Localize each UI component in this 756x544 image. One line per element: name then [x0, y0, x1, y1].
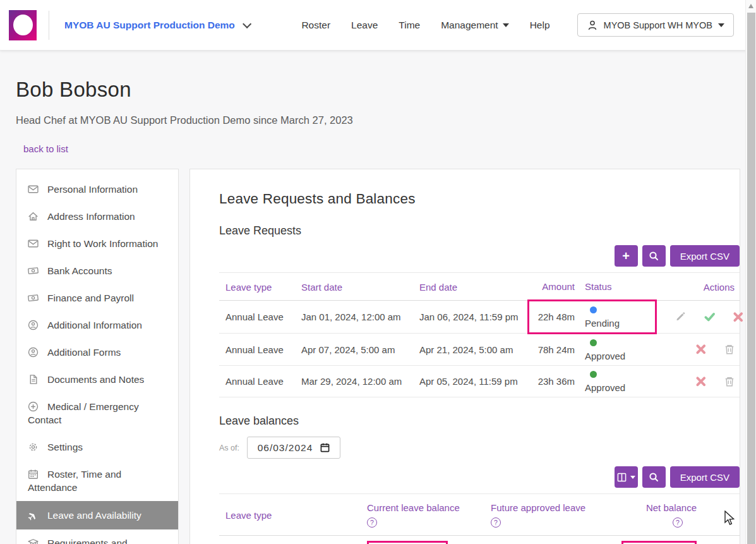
sidebar-item-address-information[interactable]: Address Information	[16, 203, 178, 230]
decline-icon[interactable]	[695, 375, 707, 388]
home-icon	[28, 211, 39, 222]
leave-balances-title: Leave balances	[219, 414, 740, 428]
cell-amount-highlighted: 22h 48m	[528, 301, 580, 334]
cell-amount: 23h 36m	[528, 366, 580, 397]
sidebar-item-label: Additional Information	[47, 320, 142, 330]
vertical-scrollbar[interactable]	[745, 0, 756, 544]
cell-future-approved: 102 hour(s)	[486, 536, 607, 544]
cell-leave-type: Annual Leave	[219, 301, 296, 334]
col-label: Future approved leave	[491, 502, 602, 513]
sidebar-item-bank-accounts[interactable]: Bank Accounts	[16, 257, 178, 284]
plus-icon: +	[622, 250, 630, 262]
approve-icon[interactable]	[704, 311, 716, 323]
employee-sidebar: Personal Information Address Information…	[16, 169, 179, 544]
as-of-label: As of:	[219, 444, 239, 452]
cell-current-balance: 166.67 hour(s)	[362, 536, 486, 544]
nav-time[interactable]: Time	[399, 20, 420, 31]
col-leave-type[interactable]: Leave type	[219, 494, 362, 536]
cell-end-date: Apr 21, 2024, 5:00 am	[414, 334, 528, 366]
col-status[interactable]: Status	[580, 273, 656, 301]
sidebar-item-settings[interactable]: Settings	[16, 433, 178, 461]
cell-actions	[656, 301, 740, 334]
search-button[interactable]	[642, 245, 666, 267]
search-button[interactable]	[642, 466, 666, 488]
sidebar-item-medical-emergency[interactable]: Medical / Emergency Contact	[16, 393, 178, 433]
sidebar-item-finance-payroll[interactable]: Finance and Payroll	[16, 284, 178, 311]
edit-icon[interactable]	[675, 311, 688, 323]
sidebar-item-label: Roster, Time and Attendance	[28, 469, 121, 493]
gear-icon	[28, 442, 39, 452]
person-icon	[587, 20, 598, 31]
status-label: Approved	[585, 351, 651, 362]
sidebar-item-documents-notes[interactable]: Documents and Notes	[16, 366, 178, 393]
scrollbar-thumb[interactable]	[747, 13, 755, 544]
decline-icon[interactable]	[732, 311, 745, 323]
sidebar-item-label: Leave and Availability	[47, 510, 141, 521]
help-icon[interactable]: ?	[367, 517, 377, 528]
panel-title: Leave Requests and Balances	[219, 191, 740, 207]
sidebar-item-roster-time-attendance[interactable]: Roster, Time and Attendance	[16, 461, 178, 501]
col-label: Net balance	[612, 502, 697, 513]
sidebar-item-label: Finance and Payroll	[47, 293, 134, 303]
back-to-list-link[interactable]: back to list	[23, 143, 68, 154]
col-start-date[interactable]: Start date	[296, 273, 414, 301]
sidebar-item-additional-information[interactable]: Additional Information	[16, 311, 178, 339]
as-of-date-input[interactable]: 06/03/2024	[247, 437, 340, 459]
employee-name: Bob Bobson	[16, 78, 740, 102]
main-nav: Roster Leave Time Management Help MYOB S…	[301, 13, 734, 37]
leave-requests-toolbar: + Export CSV	[219, 245, 740, 267]
help-icon[interactable]: ?	[673, 517, 683, 528]
cell-end-date: Jan 06, 2024, 11:59 pm	[414, 301, 528, 334]
user-menu-button[interactable]: MYOB Support WH MYOB	[577, 13, 734, 37]
col-future-approved-leave[interactable]: Future approved leave?	[486, 494, 607, 536]
cell-leave-type: Annual Leave	[219, 536, 362, 544]
export-csv-button[interactable]: Export CSV	[670, 245, 740, 267]
export-csv-button[interactable]: Export CSV	[670, 466, 740, 488]
nav-management[interactable]: Management	[441, 20, 508, 31]
add-leave-request-button[interactable]: +	[615, 245, 638, 267]
table-row: Annual Leave Mar 29, 2024, 12:00 am Apr …	[219, 366, 740, 397]
cell-amount: 78h 24m	[528, 334, 580, 366]
help-icon[interactable]: ?	[491, 517, 501, 528]
pending-status-dot	[590, 306, 597, 313]
cell-status-highlighted: Pending	[580, 301, 656, 334]
sidebar-item-requirements-qualifications[interactable]: Requirements and Qualifications	[16, 529, 178, 544]
sidebar-item-personal-information[interactable]: Personal Information	[16, 176, 178, 203]
columns-button[interactable]	[615, 466, 638, 488]
company-dropdown-label: MYOB AU Support Production Demo	[64, 20, 235, 31]
col-end-date[interactable]: End date	[414, 273, 528, 301]
delete-icon[interactable]	[723, 343, 736, 356]
top-navbar: MYOB AU Support Production Demo Roster L…	[0, 0, 756, 51]
as-of-date-value: 06/03/2024	[258, 442, 313, 454]
cell-actions	[656, 366, 740, 397]
decline-icon[interactable]	[695, 343, 707, 356]
table-header-row: Leave type Current leave balance? Future…	[219, 494, 740, 536]
envelope-icon	[28, 184, 39, 195]
sidebar-item-right-to-work[interactable]: Right to Work Information	[16, 230, 178, 257]
calendar-icon[interactable]	[320, 443, 330, 452]
col-amount[interactable]: Amount	[528, 273, 580, 301]
col-net-balance[interactable]: Net balance?	[607, 494, 702, 536]
employee-subtitle: Head Chef at MYOB AU Support Production …	[16, 114, 740, 126]
sidebar-item-additional-forms[interactable]: Additional Forms	[16, 339, 178, 366]
col-leave-type[interactable]: Leave type	[219, 273, 296, 301]
caret-down-icon	[718, 23, 724, 27]
scroll-up-arrow-icon[interactable]	[748, 4, 753, 8]
nav-roster[interactable]: Roster	[301, 20, 330, 31]
leave-panel: Leave Requests and Balances Leave Reques…	[189, 169, 740, 544]
cell-status: Approved	[580, 334, 656, 366]
company-dropdown[interactable]: MYOB AU Support Production Demo	[64, 20, 249, 31]
cell-actions	[656, 334, 740, 366]
delete-icon[interactable]	[723, 375, 736, 388]
sidebar-item-leave-availability[interactable]: Leave and Availability	[16, 501, 178, 529]
col-actions: Actions	[656, 273, 740, 301]
calendar-icon	[28, 469, 39, 480]
caret-down-icon	[503, 23, 509, 27]
chevron-down-icon	[243, 19, 251, 28]
leave-balances-toolbar: Export CSV	[219, 466, 740, 488]
user-menu-label: MYOB Support WH MYOB	[604, 20, 712, 30]
nav-leave[interactable]: Leave	[351, 20, 378, 31]
col-current-leave-balance[interactable]: Current leave balance?	[362, 494, 486, 536]
leave-requests-title: Leave Requests	[219, 224, 740, 238]
nav-help[interactable]: Help	[530, 20, 550, 31]
